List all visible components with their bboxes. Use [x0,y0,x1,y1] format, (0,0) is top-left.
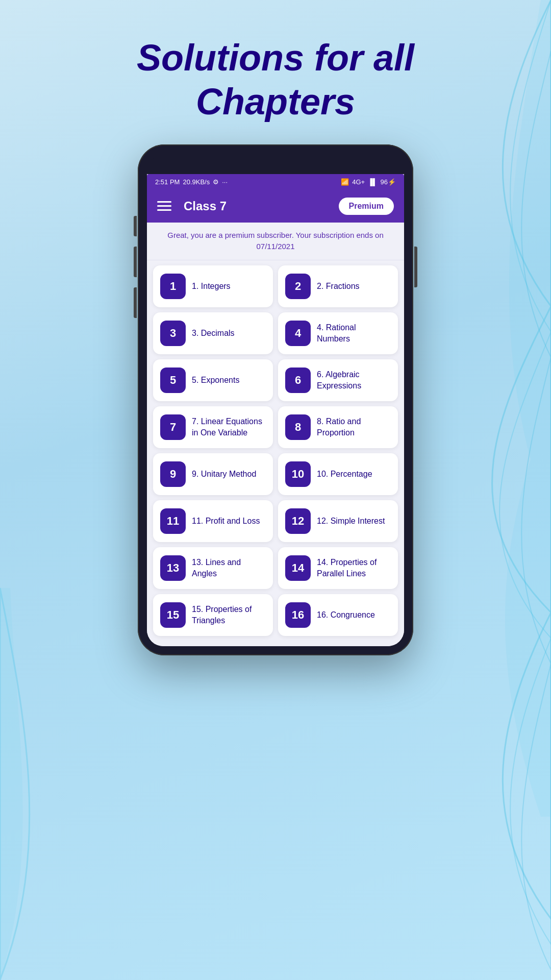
chapter-card-8[interactable]: 88. Ratio and Proportion [278,406,398,448]
phone-screen: 2:51 PM 20.9KB/s ⚙ ··· 📶 4G+ ▐▌ 96⚡ [147,174,404,646]
chapter-card-14[interactable]: 1414. Properties of Parallel Lines [278,547,398,589]
chapter-card-4[interactable]: 44. Rational Numbers [278,312,398,354]
volume-down-button [134,247,137,277]
volume-up-button [134,216,137,236]
chapter-title-6: 6. Algebraic Expressions [317,369,391,391]
chapter-badge-6: 6 [285,368,311,393]
chapter-title-14: 14. Properties of Parallel Lines [317,557,391,579]
chapter-badge-5: 5 [160,368,186,393]
chapter-card-15[interactable]: 1515. Properties of Triangles [153,594,273,636]
hamburger-line-2 [157,205,171,207]
chapter-badge-2: 2 [285,274,311,299]
chapter-card-16[interactable]: 1616. Congruence [278,594,398,636]
chapter-title-12: 12. Simple Interest [317,516,385,527]
chapter-badge-1: 1 [160,274,186,299]
status-data: 20.9KB/s [183,178,210,186]
chapter-title-15: 15. Properties of Triangles [192,604,266,626]
chapter-badge-7: 7 [160,414,186,440]
chapter-badge-9: 9 [160,461,186,487]
wifi-icon: 📶 [341,178,349,186]
chapter-card-1[interactable]: 11. Integers [153,265,273,307]
status-right: 📶 4G+ ▐▌ 96⚡ [341,178,396,186]
phone-mockup: 2:51 PM 20.9KB/s ⚙ ··· 📶 4G+ ▐▌ 96⚡ [0,144,551,686]
chapter-title-8: 8. Ratio and Proportion [317,416,391,438]
chapter-title-16: 16. Congruence [317,609,375,621]
chapter-card-13[interactable]: 1313. Lines and Angles [153,547,273,589]
phone-frame: 2:51 PM 20.9KB/s ⚙ ··· 📶 4G+ ▐▌ 96⚡ [138,144,413,655]
chapter-badge-13: 13 [160,555,186,581]
premium-button[interactable]: Premium [339,198,394,215]
chapter-title-10: 10. Percentage [317,469,372,480]
chapters-container: 11. Integers22. Fractions33. Decimals44.… [147,260,404,646]
battery-icon: 96⚡ [381,178,396,186]
status-dots: ··· [222,178,228,186]
network-icon: 4G+ [352,178,365,186]
chapter-title-2: 2. Fractions [317,281,360,292]
menu-button[interactable] [157,197,176,215]
chapter-title-9: 9. Unitary Method [192,469,256,480]
chapter-card-6[interactable]: 66. Algebraic Expressions [278,359,398,401]
chapter-title-1: 1. Integers [192,281,231,292]
silent-button [134,287,137,318]
signal-icon: ▐▌ [368,178,377,186]
chapter-badge-4: 4 [285,321,311,346]
hamburger-line-3 [157,209,171,211]
chapter-card-5[interactable]: 55. Exponents [153,359,273,401]
page-title-area: Solutions for all Chapters [0,0,551,144]
chapter-title-7: 7. Linear Equations in One Variable [192,416,266,438]
power-button [414,247,417,287]
chapter-badge-8: 8 [285,414,311,440]
chapters-grid: 11. Integers22. Fractions33. Decimals44.… [153,265,398,636]
chapter-badge-15: 15 [160,602,186,628]
chapter-badge-10: 10 [285,461,311,487]
chapter-badge-3: 3 [160,321,186,346]
chapter-badge-11: 11 [160,508,186,534]
chapter-card-7[interactable]: 77. Linear Equations in One Variable [153,406,273,448]
page-main-title: Solutions for all Chapters [51,36,500,124]
hamburger-line-1 [157,201,171,203]
chapter-title-11: 11. Profit and Loss [192,516,260,527]
chapter-card-10[interactable]: 1010. Percentage [278,453,398,495]
status-bar: 2:51 PM 20.9KB/s ⚙ ··· 📶 4G+ ▐▌ 96⚡ [147,174,404,190]
header-class-title: Class 7 [176,199,339,213]
app-header: Class 7 Premium [147,190,404,223]
chapter-card-11[interactable]: 1111. Profit and Loss [153,500,273,542]
chapter-card-12[interactable]: 1212. Simple Interest [278,500,398,542]
status-left: 2:51 PM 20.9KB/s ⚙ ··· [155,178,228,186]
chapter-card-9[interactable]: 99. Unitary Method [153,453,273,495]
subscription-banner: Great, you are a premium subscriber. You… [147,223,404,260]
settings-icon: ⚙ [213,178,219,186]
subscription-text: Great, you are a premium subscriber. You… [167,231,384,251]
chapter-title-13: 13. Lines and Angles [192,557,266,579]
chapter-card-2[interactable]: 22. Fractions [278,265,398,307]
chapter-title-5: 5. Exponents [192,375,239,386]
phone-notch [147,154,404,174]
chapter-badge-14: 14 [285,555,311,581]
chapter-badge-16: 16 [285,602,311,628]
chapter-badge-12: 12 [285,508,311,534]
chapter-card-3[interactable]: 33. Decimals [153,312,273,354]
chapter-title-4: 4. Rational Numbers [317,322,391,344]
chapter-title-3: 3. Decimals [192,328,235,339]
status-time: 2:51 PM [155,178,180,186]
